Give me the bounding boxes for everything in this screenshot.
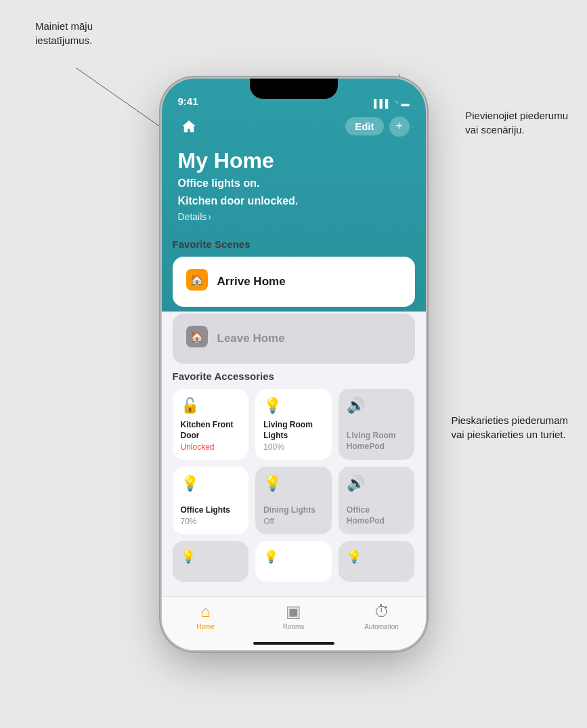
favorite-accessories-label: Favorite Accessories: [173, 370, 415, 382]
home-subtitle-line2: Kitchen door unlocked.: [178, 194, 410, 209]
toolbar: Edit +: [178, 116, 410, 137]
kitchen-front-door-name: Kitchen Front Door: [181, 420, 241, 441]
accessory-kitchen-front-door[interactable]: 🔓 Kitchen Front Door Unlocked: [173, 389, 249, 460]
arrive-home-label: Arrive Home: [217, 275, 286, 288]
wifi-icon: ◝: [395, 99, 398, 108]
accessory-office-homepod[interactable]: 🔊 Office HomePod: [339, 467, 415, 534]
notch: [250, 79, 338, 99]
phone-shell: 9:41 ▌▌▌ ◝ ▬ Edit + My Home: [162, 79, 426, 650]
partial-icon-3: 💡: [347, 550, 362, 563]
accessory-living-room-homepod[interactable]: 🔊 Living Room HomePod: [339, 389, 415, 460]
home-title: My Home: [178, 148, 410, 173]
tab-rooms[interactable]: ▣ Rooms: [274, 602, 314, 630]
toolbar-right: Edit +: [345, 116, 409, 137]
accessory-living-room-lights[interactable]: 💡 Living Room Lights 100%: [255, 389, 332, 460]
partial-tile-1[interactable]: 💡: [173, 541, 249, 582]
accessories-grid-bottom: 💡 💡 💡: [173, 541, 415, 582]
signal-icon: ▌▌▌: [374, 99, 391, 108]
tab-rooms-icon: ▣: [286, 602, 301, 621]
leave-home-label: Leave Home: [217, 332, 285, 345]
favorite-scenes-label: Favorite Scenes: [173, 238, 415, 250]
status-icons: ▌▌▌ ◝ ▬: [374, 99, 410, 108]
tab-automation-icon: ⏱: [374, 602, 390, 621]
office-homepod-name: Office HomePod: [347, 505, 407, 526]
tab-rooms-label: Rooms: [283, 623, 305, 630]
living-room-homepod-name: Living Room HomePod: [347, 431, 407, 452]
svg-line-0: [76, 68, 173, 135]
scroll-content: Favorite Scenes 🏠 Arrive Home 🏠: [162, 238, 426, 582]
annotation-top-right: Pievienojiet piederumuvai scenāriju.: [465, 108, 568, 137]
office-lights-name: Office Lights: [181, 505, 241, 516]
details-link[interactable]: Details ›: [178, 211, 410, 222]
lock-icon: 🔓: [181, 397, 241, 414]
tab-home-label: Home: [196, 623, 215, 630]
tab-automation[interactable]: ⏱ Automation: [362, 602, 402, 630]
svg-text:🏠: 🏠: [190, 274, 204, 286]
tab-automation-label: Automation: [364, 623, 399, 630]
accessory-dining-lights[interactable]: 💡 Dining Lights Off: [255, 467, 332, 534]
leave-home-button[interactable]: 🏠 Leave Home: [173, 314, 415, 364]
accessory-office-lights[interactable]: 💡 Office Lights 70%: [173, 467, 249, 534]
edit-button[interactable]: Edit: [345, 117, 383, 135]
arrive-home-button[interactable]: 🏠 Arrive Home: [173, 257, 415, 307]
dining-lights-status: Off: [263, 517, 324, 526]
office-lights-status: 70%: [181, 517, 241, 526]
office-homepod-icon: 🔊: [347, 475, 407, 492]
tab-bar: ⌂ Home ▣ Rooms ⏱ Automation: [162, 596, 426, 650]
partial-icon-1: 💡: [181, 550, 196, 563]
office-lights-icon: 💡: [181, 475, 241, 492]
living-room-homepod-icon: 🔊: [347, 397, 407, 414]
partial-tile-2[interactable]: 💡: [255, 541, 332, 582]
tab-home[interactable]: ⌂ Home: [186, 602, 226, 630]
annotation-top-left: Mainiet mājuiestatījumus.: [35, 19, 93, 47]
main-content: Edit + My Home Office lights on. Kitchen…: [162, 79, 426, 596]
home-subtitle-line1: Office lights on.: [178, 176, 410, 191]
accessories-section: Favorite Accessories 🔓 Kitchen Front Doo…: [173, 370, 415, 582]
arrive-home-icon: 🏠: [186, 269, 208, 295]
svg-text:🏠: 🏠: [190, 330, 204, 343]
dining-lights-name: Dining Lights: [263, 505, 324, 516]
dining-lights-icon: 💡: [263, 475, 324, 492]
add-button[interactable]: +: [389, 116, 410, 137]
annotation-bottom-right: Pieskarieties piederumamvai pieskarietie…: [451, 413, 568, 442]
leave-home-icon: 🏠: [186, 326, 208, 351]
accessories-grid: 🔓 Kitchen Front Door Unlocked 💡: [173, 389, 415, 534]
living-room-lights-icon: 💡: [263, 397, 324, 414]
partial-tile-3[interactable]: 💡: [339, 541, 415, 582]
living-room-lights-status: 100%: [263, 442, 324, 452]
kitchen-front-door-status: Unlocked: [181, 442, 241, 452]
home-icon: [181, 119, 196, 134]
home-indicator: [253, 642, 334, 645]
partial-icon-2: 💡: [263, 550, 278, 563]
status-time: 9:41: [178, 95, 198, 108]
living-room-lights-name: Living Room Lights: [263, 420, 324, 441]
tab-home-icon: ⌂: [200, 602, 211, 621]
home-icon-button[interactable]: [178, 116, 200, 137]
battery-icon: ▬: [401, 99, 410, 108]
